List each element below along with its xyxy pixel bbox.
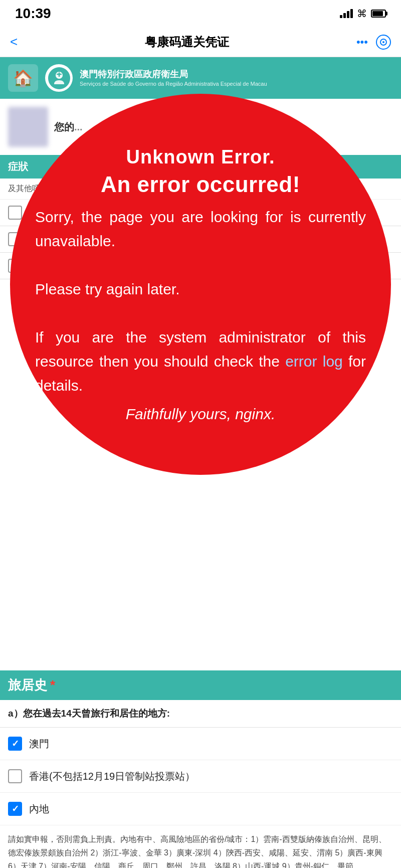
back-button[interactable]: <	[10, 34, 18, 50]
hk-label: 香港(不包括12月19日管制站投票站）	[29, 770, 195, 783]
battery-icon	[371, 10, 386, 18]
travel-option-macao: 澳門	[0, 728, 401, 760]
macao-label: 澳門	[29, 737, 49, 751]
org-name-zh: 澳門特別行政區政府衛生局	[80, 69, 267, 80]
signal-icon	[340, 9, 353, 18]
macao-checkbox[interactable]	[8, 737, 22, 751]
error-overlay: Unknown Error. An error occurred! Sorry,…	[10, 94, 391, 475]
user-photo	[8, 107, 48, 147]
error-footer: Faithfully yours, nginx.	[126, 406, 275, 423]
page-title: 粤康码通关凭证	[145, 34, 229, 50]
travel-option-mainland: 內地	[0, 793, 401, 825]
org-logo	[45, 64, 73, 92]
travel-header: 旅居史 *	[0, 670, 401, 700]
hk-checkbox[interactable]	[8, 769, 22, 783]
svg-point-1	[382, 41, 384, 43]
wifi-icon: ⌘	[357, 8, 367, 20]
error-title: Unknown Error.	[126, 146, 275, 168]
travel-option-hk: 香港(不包括12月19日管制站投票站）	[0, 760, 401, 793]
user-info: 您的...	[54, 120, 83, 134]
mainland-checkbox[interactable]	[8, 802, 22, 816]
error-body2: Please try again later.	[35, 281, 180, 297]
required-star: *	[50, 677, 55, 693]
warning-text: 請如實申報，否則需負上刑責。內地有中、高風險地區的省份/城市：1）雲南-西雙版納…	[0, 825, 401, 868]
user-label: 您的...	[54, 120, 83, 134]
status-bar: 10:39 ⌘	[0, 0, 401, 27]
scan-button[interactable]	[376, 35, 391, 50]
error-main: An error occurred!	[101, 172, 300, 197]
nav-bar: < 粤康码通关凭证 •••	[0, 27, 401, 57]
no-symptom-checkbox[interactable]	[8, 206, 22, 220]
status-icons: ⌘	[340, 8, 386, 20]
org-text: 澳門特別行政區政府衛生局 Serviços de Saúde do Govern…	[80, 69, 267, 88]
mainland-label: 內地	[29, 802, 49, 816]
home-icon: 🏠	[8, 64, 38, 92]
header-banner: 🏠 澳門特別行政區政府衛生局 Serviços de Saúde do Gove…	[0, 57, 401, 99]
more-button[interactable]: •••	[356, 36, 368, 49]
error-body: Sorry, the page you are looking for is c…	[35, 205, 366, 398]
error-body1: Sorry, the page you are looking for is c…	[35, 209, 366, 249]
error-log-link[interactable]: error log	[285, 353, 343, 370]
travel-section: 旅居史 * a）您在過去14天曾旅行和居住的地方: 澳門 香港(不包括12月19…	[0, 670, 401, 868]
travel-sub-question: a）您在過去14天曾旅行和居住的地方:	[0, 700, 401, 728]
nav-actions: •••	[356, 35, 391, 50]
travel-title: 旅居史	[8, 676, 47, 694]
org-name-pt: Serviços de Saúde do Governo da Região A…	[80, 80, 267, 87]
main-content: 您的... 症狀 及其他呼吸道症... 沒有以上症狀 是 否 Unknown E…	[0, 99, 401, 868]
status-time: 10:39	[15, 6, 51, 22]
symptom-title: 症狀	[8, 161, 28, 172]
